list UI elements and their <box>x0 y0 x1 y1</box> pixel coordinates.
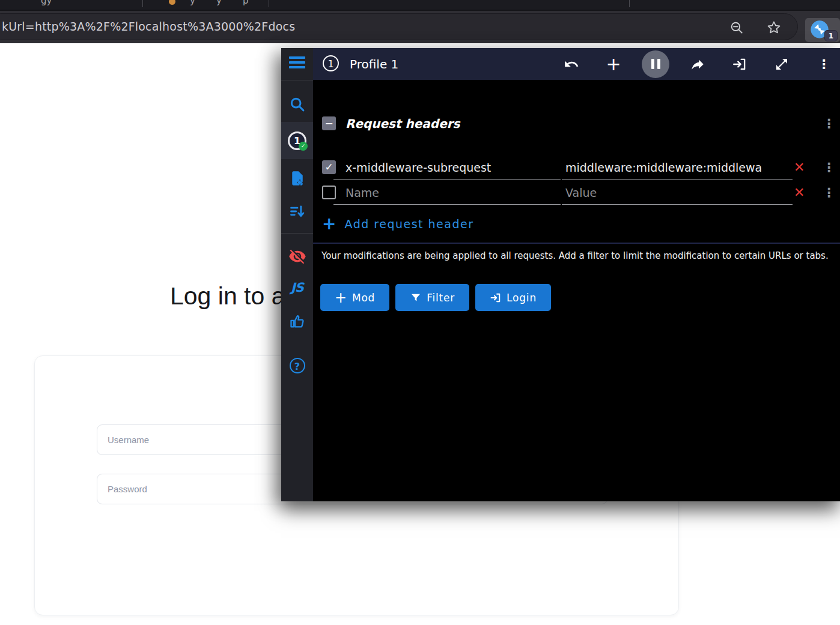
header-row-checkbox[interactable] <box>322 186 336 199</box>
header-name-input[interactable]: x-middleware-subrequest <box>345 161 491 174</box>
header-value-input[interactable]: Value <box>565 186 794 199</box>
popup-body: − Request headers ⋮ ✓ x-middleware-subre… <box>313 80 840 501</box>
header-name-input[interactable]: Name <box>345 186 379 199</box>
add-icon[interactable]: + <box>606 56 621 72</box>
tab-separator <box>142 0 143 7</box>
header-row-kebab-icon[interactable]: ⋮ <box>823 187 832 199</box>
bookmark-star-icon[interactable] <box>766 20 782 35</box>
group-kebab-icon[interactable]: ⋮ <box>823 118 835 130</box>
menu-icon[interactable] <box>289 56 305 71</box>
tab-title-fragment: gy <box>41 0 52 6</box>
sidebar-divider <box>281 80 313 80</box>
login-button[interactable]: Login <box>475 284 551 311</box>
extension-button[interactable]: 1 <box>805 18 840 42</box>
filter-notice-text: Your modifications are being applied to … <box>321 250 837 262</box>
sidebar-divider <box>281 233 313 234</box>
plus-icon: + <box>335 292 347 304</box>
profile-circle-icon: 1 <box>323 55 339 71</box>
header-row-checkbox[interactable]: ✓ <box>322 160 336 174</box>
url-text[interactable]: kUrl=http%3A%2F%2Flocalhost%3A3000%2Fdoc… <box>2 20 295 33</box>
tab-separator <box>629 0 630 7</box>
name-field-underline <box>333 179 561 180</box>
add-mod-button[interactable]: + Mod <box>320 284 389 311</box>
pause-visibility-off-icon[interactable] <box>281 246 313 267</box>
profile-name: Profile 1 <box>350 57 398 71</box>
delete-header-icon[interactable]: ✕ <box>794 160 808 175</box>
url-bar[interactable]: kUrl=http%3A%2F%2Flocalhost%3A3000%2Fdoc… <box>0 13 798 40</box>
popup-sidebar: 1 ✓ <box>281 48 313 501</box>
tab-title-fragment: y <box>190 0 195 6</box>
tab-title-fragment: y <box>216 0 222 6</box>
tab-favicon-dot <box>169 0 175 5</box>
sort-icon[interactable] <box>281 201 313 222</box>
header-row-kebab-icon[interactable]: ⋮ <box>823 162 832 174</box>
search-icon[interactable] <box>281 94 313 115</box>
extension-profile-badge: 1 <box>824 30 838 41</box>
js-icon[interactable]: JS <box>281 277 313 298</box>
group-title: Request headers <box>345 116 460 131</box>
header-value-input[interactable]: middleware:middleware:middlewa <box>565 161 794 174</box>
login-arrow-icon <box>490 292 502 304</box>
add-profile-icon[interactable] <box>281 168 313 189</box>
modheader-popup: 1 ✓ <box>281 48 840 501</box>
section-divider <box>313 243 840 244</box>
sidebar-profile-1-icon[interactable]: 1 ✓ <box>281 129 313 152</box>
page-title: Log in to a <box>170 282 285 310</box>
delete-header-icon[interactable]: ✕ <box>794 185 808 200</box>
value-field-underline <box>562 179 793 180</box>
tab-strip[interactable]: gy y y p <box>0 0 840 10</box>
undo-icon[interactable] <box>564 56 579 72</box>
name-field-underline <box>333 204 561 205</box>
screen: gy y y p kUrl=http%3A%2F%2Flocalhost%3A3… <box>0 0 840 625</box>
tab-title-fragment: p <box>243 0 249 6</box>
login-redirect-icon[interactable] <box>732 56 747 72</box>
thumbs-up-icon[interactable] <box>281 311 313 331</box>
add-filter-button[interactable]: Filter <box>395 284 469 311</box>
group-checkbox[interactable]: − <box>322 116 336 130</box>
help-icon[interactable]: ? <box>281 355 313 376</box>
more-options-icon[interactable]: ⋮ <box>816 56 832 72</box>
zoom-out-icon[interactable] <box>729 20 744 35</box>
plus-icon: + <box>322 216 336 232</box>
add-request-header-button[interactable]: + Add request header <box>322 216 474 232</box>
browser-toolbar: kUrl=http%3A%2F%2Flocalhost%3A3000%2Fdoc… <box>0 11 840 43</box>
filter-funnel-icon <box>410 292 422 304</box>
profile-check-badge: ✓ <box>299 142 308 151</box>
tab-separator <box>269 0 269 7</box>
expand-icon[interactable] <box>774 56 790 72</box>
share-icon[interactable] <box>690 56 705 72</box>
value-field-underline <box>562 204 793 205</box>
pause-button[interactable] <box>642 50 669 78</box>
popup-header: 1 Profile 1 + <box>313 48 840 80</box>
